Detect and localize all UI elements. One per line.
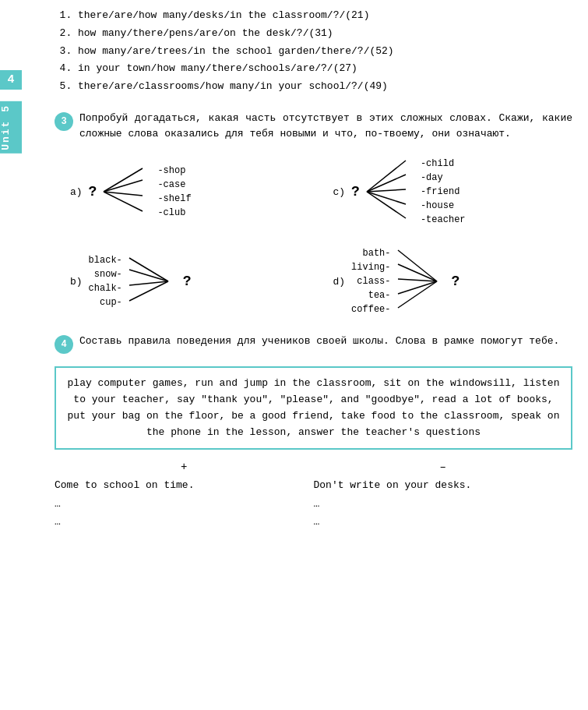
unit-label: Unit 5: [0, 101, 22, 154]
plus-dots-2: …: [55, 513, 314, 531]
diagram-b-svg: [125, 250, 180, 313]
diagram-b-words: black- snow- chalk- cup-: [89, 253, 122, 309]
diagram-c-words: -child -day -friend -house -teacher: [421, 157, 466, 227]
badge-3: 3: [55, 112, 73, 131]
diagram-c-question: ?: [351, 185, 360, 199]
exercise4-box: play computer games, run and jump in the…: [55, 366, 572, 450]
diagram-a-label: a): [70, 186, 83, 198]
pm-section: + – Come to school on time. … … Don't wr…: [55, 461, 572, 531]
minus-example: Don't write on your desks.: [314, 476, 573, 494]
diagram-d-words: bath- living- class- tea- coffee-: [351, 246, 390, 316]
pm-left: Come to school on time. … …: [55, 476, 314, 531]
pm-right: Don't write on your desks. … …: [314, 476, 573, 531]
main-content: there/are/how many/desks/in the classroo…: [47, 0, 588, 710]
minus-dots-1: …: [314, 495, 573, 513]
diagram-d: d) bath- living- class- tea- coffee- ?: [333, 244, 573, 318]
svg-line-4: [367, 161, 406, 192]
section3: 3 Попробуй догадаться, какая часть отсут…: [55, 111, 572, 142]
badge-4: 4: [55, 335, 73, 354]
page-container: 4 Unit 5 there/are/how many/desks/in the…: [0, 0, 588, 710]
sidebar: 4 Unit 5: [0, 0, 47, 710]
svg-line-0: [104, 168, 143, 192]
plus-dots-1: …: [55, 495, 314, 513]
svg-line-9: [129, 258, 168, 281]
diagram-b-label: b): [70, 276, 83, 288]
section3-text: Попробуй догадаться, какая часть отсутст…: [79, 111, 572, 142]
svg-line-16: [398, 281, 437, 294]
list-item: there/are/classrooms/how many/in your sc…: [78, 79, 572, 95]
plus-header: +: [55, 461, 314, 473]
svg-line-17: [398, 281, 437, 308]
list-item: how many/there/pens/are/on the desk/?/(3…: [78, 26, 572, 42]
diagram-d-svg: [394, 244, 449, 318]
svg-line-1: [104, 180, 143, 192]
svg-line-7: [367, 192, 406, 204]
list-item: in your town/how many/there/schools/are/…: [78, 61, 572, 77]
exercise-items: there/are/how many/desks/in the classroo…: [62, 8, 572, 95]
minus-dots-2: …: [314, 513, 573, 531]
list-item: how many/are/trees/in the school garden/…: [78, 44, 572, 60]
unit-number: 4: [0, 70, 22, 90]
pm-header: + –: [55, 461, 572, 473]
list-item: there/are/how many/desks/in the classroo…: [78, 8, 572, 24]
section4: 4 Составь правила поведения для учеников…: [55, 334, 572, 354]
svg-line-13: [398, 250, 437, 281]
diagram-a: a) ? -shop -case -shelf -club: [70, 154, 310, 228]
diagram-c-svg: [363, 154, 417, 228]
exercises-list: there/are/how many/desks/in the classroo…: [55, 8, 572, 95]
pm-rows: Come to school on time. … … Don't write …: [55, 476, 572, 531]
svg-line-10: [129, 270, 168, 281]
diagram-a-words: -shop -case -shelf -club: [157, 164, 191, 220]
diagram-c-label: c): [333, 186, 346, 198]
plus-example: Come to school on time.: [55, 476, 314, 494]
svg-line-8: [367, 192, 406, 218]
diagram-a-svg: [100, 161, 154, 223]
diagram-a-question: ?: [89, 185, 97, 199]
diagrams-grid: a) ? -shop -case -shelf -club c) ?: [70, 154, 572, 318]
minus-header: –: [314, 461, 573, 473]
diagram-d-label: d): [333, 276, 346, 288]
diagram-b: b) black- snow- chalk- cup- ?: [70, 244, 310, 318]
section4-text: Составь правила поведения для учеников с…: [79, 334, 572, 349]
diagram-c: c) ? -child -day -friend -house -teacher: [333, 154, 573, 228]
diagram-b-question: ?: [183, 274, 192, 288]
diagram-d-question: ?: [452, 274, 460, 288]
